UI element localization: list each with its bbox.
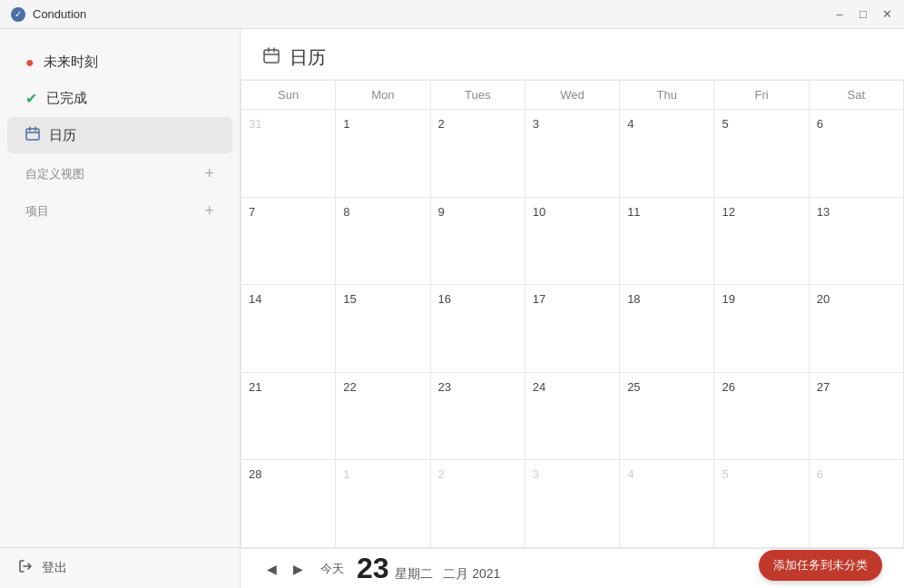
cell-date: 1 bbox=[343, 467, 349, 481]
sidebar-item-calendar[interactable]: 日历 bbox=[7, 117, 232, 153]
calendar-cell[interactable]: 8 bbox=[336, 198, 430, 286]
calendar-cell[interactable]: 7 bbox=[241, 198, 336, 286]
calendar-cell[interactable]: 4 bbox=[620, 110, 714, 198]
calendar-cell[interactable]: 13 bbox=[810, 198, 904, 286]
calendar-cell[interactable]: 10 bbox=[526, 198, 620, 286]
today-button[interactable]: 今天 bbox=[315, 559, 349, 579]
window-controls: – □ ✕ bbox=[833, 8, 893, 21]
cell-date: 18 bbox=[627, 292, 640, 306]
calendar-cell[interactable]: 6 bbox=[810, 110, 904, 198]
cell-date: 5 bbox=[722, 117, 728, 131]
cell-date: 16 bbox=[438, 292, 451, 306]
cell-date: 11 bbox=[627, 205, 640, 219]
calendar-cell[interactable]: 4 bbox=[620, 460, 714, 548]
cell-date: 12 bbox=[722, 205, 734, 219]
calendar-cell[interactable]: 28 bbox=[241, 460, 336, 548]
calendar-cell[interactable]: 1 bbox=[336, 460, 430, 548]
calendar-cell[interactable]: 2 bbox=[431, 110, 526, 198]
add-custom-view-button[interactable]: + bbox=[204, 164, 214, 183]
sidebar-item-future-label: 未来时刻 bbox=[44, 54, 98, 71]
cell-date: 7 bbox=[249, 205, 255, 219]
calendar-header: 日历 bbox=[241, 29, 904, 80]
cell-date: 22 bbox=[343, 380, 356, 394]
future-icon: ● bbox=[25, 54, 34, 71]
calendar-cell[interactable]: 1 bbox=[336, 110, 430, 198]
calendar-cell[interactable]: 5 bbox=[714, 460, 809, 548]
add-project-button[interactable]: + bbox=[204, 201, 214, 220]
cell-date: 3 bbox=[533, 117, 539, 131]
add-task-button[interactable]: 添加任务到未分类 bbox=[759, 550, 882, 581]
calendar-cell[interactable]: 2 bbox=[431, 460, 526, 548]
calendar-cell[interactable]: 16 bbox=[431, 285, 526, 373]
day-header: Tues bbox=[431, 81, 526, 110]
cell-date: 24 bbox=[533, 380, 545, 394]
cell-date: 4 bbox=[627, 467, 634, 481]
cell-date: 28 bbox=[249, 467, 261, 481]
prev-month-button[interactable]: ◀ bbox=[262, 560, 281, 578]
done-icon: ✔ bbox=[25, 90, 37, 107]
day-header: Wed bbox=[526, 81, 620, 110]
calendar-cell[interactable]: 14 bbox=[241, 285, 336, 373]
logout-icon bbox=[18, 559, 33, 577]
cell-date: 9 bbox=[438, 205, 445, 219]
main-content: 日历 SunMonTuesWedThuFriSat311234567891011… bbox=[241, 29, 904, 588]
calendar-cell[interactable]: 26 bbox=[714, 373, 809, 461]
close-button[interactable]: ✕ bbox=[880, 8, 893, 21]
calendar-container: SunMonTuesWedThuFriSat311234567891011121… bbox=[241, 80, 904, 588]
calendar-cell[interactable]: 23 bbox=[431, 373, 526, 461]
calendar-cell[interactable]: 18 bbox=[620, 285, 714, 373]
sidebar: ● 未来时刻 ✔ 已完成 日历 自定义视图 bbox=[0, 29, 241, 588]
cell-date: 31 bbox=[249, 117, 261, 131]
calendar-cell[interactable]: 24 bbox=[526, 373, 620, 461]
sidebar-section-custom-views[interactable]: 自定义视图 + bbox=[7, 157, 232, 191]
sidebar-item-done-label: 已完成 bbox=[46, 90, 87, 107]
calendar-cell[interactable]: 3 bbox=[526, 110, 620, 198]
calendar-cell[interactable]: 20 bbox=[810, 285, 904, 373]
projects-label: 项目 bbox=[25, 203, 204, 220]
cell-date: 14 bbox=[249, 292, 261, 306]
sidebar-item-done[interactable]: ✔ 已完成 bbox=[7, 81, 232, 116]
footer-day-of-week: 星期二 二月 2021 bbox=[395, 566, 501, 583]
calendar-cell[interactable]: 3 bbox=[526, 460, 620, 548]
cell-date: 17 bbox=[533, 292, 545, 306]
app-body: ● 未来时刻 ✔ 已完成 日历 自定义视图 bbox=[0, 29, 904, 588]
cell-date: 20 bbox=[817, 292, 830, 306]
sidebar-item-calendar-label: 日历 bbox=[49, 127, 76, 144]
calendar-cell[interactable]: 11 bbox=[620, 198, 714, 286]
calendar-cell[interactable]: 27 bbox=[810, 373, 904, 461]
calendar-icon bbox=[25, 126, 40, 144]
maximize-button[interactable]: □ bbox=[857, 8, 870, 21]
minimize-button[interactable]: – bbox=[833, 8, 846, 21]
calendar-cell[interactable]: 9 bbox=[431, 198, 526, 286]
calendar-cell[interactable]: 25 bbox=[620, 373, 714, 461]
next-month-button[interactable]: ▶ bbox=[289, 560, 308, 578]
calendar-cell[interactable]: 15 bbox=[336, 285, 430, 373]
cell-date: 25 bbox=[627, 380, 640, 394]
calendar-header-icon bbox=[262, 46, 280, 69]
calendar-cell[interactable]: 6 bbox=[810, 460, 904, 548]
cell-date: 6 bbox=[817, 117, 823, 131]
cell-date: 27 bbox=[817, 380, 830, 394]
calendar-cell[interactable]: 21 bbox=[241, 373, 336, 461]
calendar-cell[interactable]: 5 bbox=[714, 110, 809, 198]
sidebar-item-future[interactable]: ● 未来时刻 bbox=[7, 44, 232, 80]
calendar-cell[interactable]: 22 bbox=[336, 373, 430, 461]
calendar-cell[interactable]: 31 bbox=[241, 110, 336, 198]
cell-date: 5 bbox=[722, 467, 728, 481]
calendar-cell[interactable]: 19 bbox=[714, 285, 809, 373]
svg-rect-0 bbox=[26, 129, 39, 140]
calendar-cell[interactable]: 17 bbox=[526, 285, 620, 373]
cell-date: 2 bbox=[438, 467, 445, 481]
footer-date: 23 星期二 二月 2021 bbox=[357, 552, 500, 585]
cell-date: 13 bbox=[817, 205, 830, 219]
day-header: Fri bbox=[714, 81, 809, 110]
logout-button[interactable]: 登出 bbox=[0, 547, 240, 588]
cell-date: 2 bbox=[438, 117, 445, 131]
custom-views-label: 自定义视图 bbox=[25, 166, 204, 182]
calendar-cell[interactable]: 12 bbox=[714, 198, 809, 286]
cell-date: 26 bbox=[722, 380, 734, 394]
sidebar-section-projects[interactable]: 项目 + bbox=[7, 194, 232, 228]
cell-date: 4 bbox=[627, 117, 634, 131]
cell-date: 19 bbox=[722, 292, 734, 306]
cell-date: 23 bbox=[438, 380, 451, 394]
